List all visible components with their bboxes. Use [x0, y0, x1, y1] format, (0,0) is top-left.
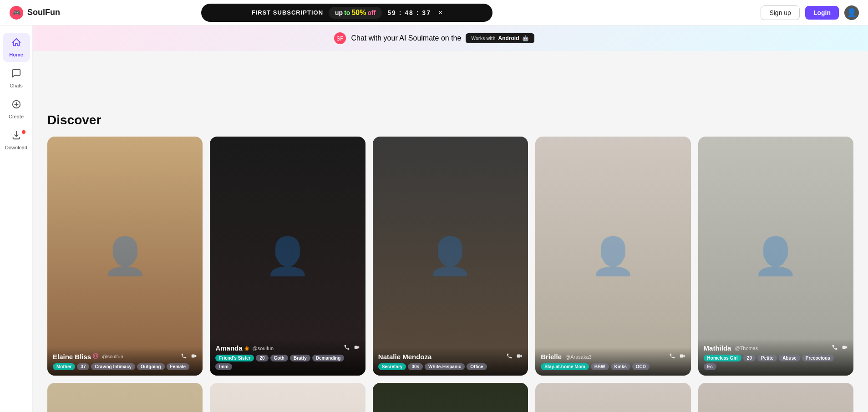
phone-button-card2[interactable]: [344, 344, 350, 352]
card-image-card8: 👤: [373, 383, 528, 412]
card-actions-card4: [669, 353, 685, 361]
card-card1[interactable]: 👤Elaine Bliss@soulfunMother37Craving Int…: [47, 137, 203, 376]
android-badge[interactable]: Works with Android 🤖: [466, 33, 534, 43]
svg-point-6: [95, 355, 97, 357]
android-badge-platform: Android: [498, 35, 519, 41]
card-name-card1: Elaine Bliss: [53, 353, 91, 361]
card-tags-card1: Mother37Craving IntimacyOutgoingFemale: [53, 363, 197, 370]
android-banner-text: Chat with your AI Soulmate on the: [351, 34, 461, 42]
tag-abuse: Abuse: [779, 355, 800, 361]
card-image-card9: 👤: [535, 383, 690, 412]
face-icon-card2: ◉: [244, 345, 249, 351]
sidebar-item-chats[interactable]: Chats: [3, 64, 30, 93]
card-username-card1: @soulfun: [102, 354, 123, 359]
card-card10[interactable]: 👤ZaraLibrarian28: [698, 383, 853, 412]
sidebar-download-label: Download: [5, 145, 27, 150]
tag-30s: 30s: [408, 363, 423, 370]
card-image-card3: 👤: [373, 137, 528, 376]
card-overlay-card4: Brielle@Arasaka3Stay-at-home MomBBWKinks…: [535, 347, 690, 376]
card-tags-card5: Homeless Girl20PetiteAbusePrecociousEc: [704, 355, 848, 370]
card-card6[interactable]: 👤SofiaStudent18: [47, 383, 203, 412]
logo[interactable]: 🎮 SoulFun: [9, 5, 64, 20]
promo-timer: 59 : 48 : 37: [387, 9, 431, 16]
download-notification-dot: [22, 130, 25, 134]
create-icon: [11, 99, 21, 112]
promo-subscription-text: FIRST SUBSCRIPTION: [252, 9, 323, 16]
card-card2[interactable]: 👤Amanda◉@soulfunFriend's Sister20GothBra…: [210, 137, 365, 376]
tag-goth: Goth: [270, 355, 288, 361]
user-avatar[interactable]: 👤: [844, 5, 859, 20]
sidebar-item-create[interactable]: Create: [3, 95, 30, 124]
video-button-card5[interactable]: [842, 344, 848, 352]
phone-button-card5[interactable]: [832, 344, 838, 352]
android-badge-works: Works with: [471, 36, 495, 41]
phone-button-card1[interactable]: [181, 353, 187, 361]
tag-ec: Ec: [704, 363, 716, 370]
sidebar-item-download[interactable]: Download: [3, 126, 30, 155]
tag-friend's-sister: Friend's Sister: [215, 355, 254, 361]
promo-banner: FIRST SUBSCRIPTION up to 50% off 59 : 48…: [201, 4, 492, 22]
sidebar: Home Chats Create Download: [0, 25, 33, 412]
top-nav: 🎮 SoulFun FIRST SUBSCRIPTION up to 50% o…: [0, 0, 868, 25]
video-button-card4[interactable]: [679, 353, 685, 361]
signup-button[interactable]: Sign up: [761, 5, 799, 20]
chats-icon: [11, 68, 21, 81]
cards-grid: 👤Elaine Bliss@soulfunMother37Craving Int…: [47, 137, 853, 412]
promo-percent: 50%: [351, 9, 366, 17]
card-actions-card2: [344, 344, 360, 352]
card-actions-card3: [506, 353, 523, 361]
tag-secretary: Secretary: [378, 363, 406, 370]
card-name-card4: Brielle: [541, 353, 562, 361]
card-tags-card2: Friend's Sister20GothBrattyDemandingImm: [215, 355, 360, 370]
card-username-card2: @soulfun: [253, 346, 274, 351]
tag-homeless-girl: Homeless Girl: [704, 355, 741, 361]
phone-button-card4[interactable]: [669, 353, 675, 361]
sidebar-create-label: Create: [9, 114, 24, 119]
card-card9[interactable]: 👤MiaArtist24: [535, 383, 690, 412]
promo-up: up: [335, 9, 343, 16]
sidebar-chats-label: Chats: [10, 83, 23, 88]
card-image-card10: 👤: [698, 383, 853, 412]
tag-office: Office: [467, 363, 487, 370]
android-banner[interactable]: SF Chat with your AI Soulmate on the Wor…: [0, 25, 868, 51]
phone-button-card3[interactable]: [506, 353, 513, 361]
card-overlay-card5: Mathilda@ThomasHomeless Girl20PetiteAbus…: [698, 339, 853, 376]
card-overlay-card3: Natalie MendozaSecretary30sWhite-Hispani…: [373, 347, 528, 376]
tag-craving-intimacy: Craving Intimacy: [91, 363, 135, 370]
card-username-card5: @Thomas: [735, 346, 758, 351]
card-name-card5: Mathilda: [704, 344, 731, 352]
card-card4[interactable]: 👤Brielle@Arasaka3Stay-at-home MomBBWKink…: [535, 137, 690, 376]
download-icon: [11, 130, 21, 143]
tag-kinks: Kinks: [611, 363, 630, 370]
instagram-icon-card1: [93, 352, 98, 361]
card-username-card4: @Arasaka3: [565, 354, 592, 360]
promo-offer-badge: up to 50% off: [329, 7, 382, 19]
promo-off: off: [367, 9, 376, 16]
svg-text:🎮: 🎮: [13, 9, 21, 17]
card-card5[interactable]: 👤Mathilda@ThomasHomeless Girl20PetiteAbu…: [698, 137, 853, 376]
tag-20: 20: [256, 355, 268, 361]
video-button-card2[interactable]: [354, 344, 360, 352]
sidebar-item-home[interactable]: Home: [3, 33, 30, 62]
tag-bbw: BBW: [591, 363, 609, 370]
card-name-card3: Natalie Mendoza: [378, 353, 432, 361]
tag-demanding: Demanding: [312, 355, 344, 361]
video-button-card1[interactable]: [191, 353, 197, 361]
logo-icon: 🎮: [9, 5, 24, 20]
card-image-card1: 👤: [47, 137, 203, 376]
login-button[interactable]: Login: [805, 6, 839, 20]
card-card7[interactable]: 👤LunaMysterious25: [210, 383, 365, 412]
card-name-card2: Amanda: [215, 344, 242, 352]
card-overlay-card2: Amanda◉@soulfunFriend's Sister20GothBrat…: [210, 339, 365, 376]
sidebar-home-label: Home: [9, 52, 23, 57]
card-card3[interactable]: 👤Natalie MendozaSecretary30sWhite-Hispan…: [373, 137, 528, 376]
promo-to: to: [344, 9, 350, 16]
tag-bratty: Bratty: [290, 355, 310, 361]
card-card8[interactable]: 👤IvyWitch22: [373, 383, 528, 412]
card-image-card4: 👤: [535, 137, 690, 376]
tag-petite: Petite: [757, 355, 777, 361]
video-button-card3[interactable]: [516, 353, 523, 361]
tag-white-hispanic: White-Hispanic: [425, 363, 465, 370]
promo-close-button[interactable]: ×: [438, 9, 442, 17]
tag-precocious: Precocious: [802, 355, 834, 361]
